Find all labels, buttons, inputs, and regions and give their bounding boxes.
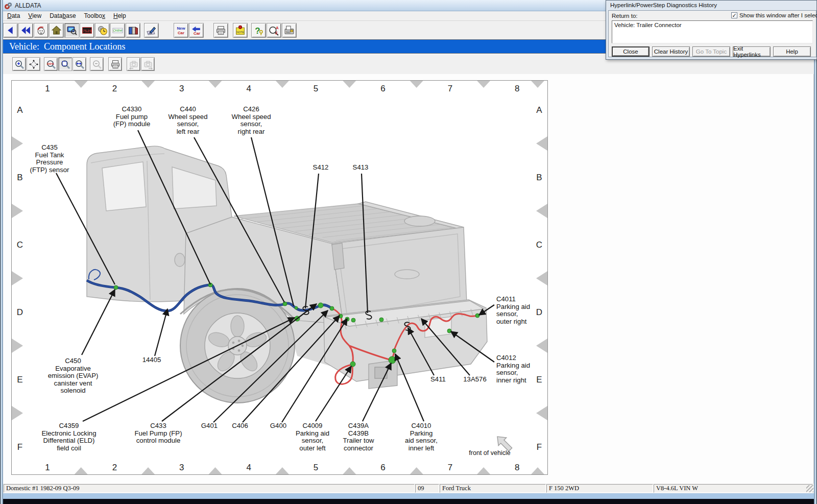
print-button[interactable]	[108, 57, 122, 71]
connector-dot	[283, 302, 287, 306]
callout-C426: right rear	[238, 128, 265, 135]
exit-hyperlinks-button[interactable]: Exit Hyperlinks	[733, 46, 771, 57]
close-button[interactable]: Close	[612, 46, 650, 57]
connector-dot	[318, 303, 323, 308]
svg-text:3: 3	[179, 463, 184, 472]
callout-C440: left rear	[177, 128, 200, 135]
history-list-item[interactable]: Vehicle: Trailer Connector	[614, 22, 810, 28]
resize-grip-icon[interactable]	[806, 485, 813, 492]
zoom-in-icon	[14, 59, 25, 69]
window-left-border	[0, 0, 3, 504]
print-button[interactable]	[213, 23, 228, 38]
library-button[interactable]	[126, 23, 140, 38]
component-search-button[interactable]	[64, 23, 79, 38]
connector-dot	[447, 329, 451, 333]
signature-button[interactable]	[144, 23, 159, 38]
callout-C450: canister vent	[54, 379, 92, 387]
svg-text:7: 7	[448, 84, 452, 93]
callout-C433: C433	[150, 422, 166, 429]
svg-text:5: 5	[314, 463, 318, 472]
svg-text:E: E	[17, 375, 22, 385]
callout-C439AB: C439A	[348, 422, 369, 429]
zoom-width-icon	[75, 59, 85, 69]
snapshot-prev-button	[127, 57, 140, 71]
connector-dot	[389, 356, 396, 364]
scheduler-button[interactable]	[95, 23, 110, 38]
return-car-button[interactable]: Car	[189, 23, 204, 38]
svg-text:5: 5	[314, 84, 318, 93]
new-car-icon: NewCar	[176, 25, 186, 36]
callout-C4009: Parking aid	[296, 429, 329, 437]
assistant-button[interactable]	[34, 23, 49, 38]
callout-C4009: outer left	[299, 444, 326, 452]
history-list[interactable]: Vehicle: Trailer Connector	[612, 20, 813, 43]
svg-text:E: E	[536, 375, 542, 385]
assistant-icon	[36, 25, 46, 36]
show-window-checkbox[interactable]: ✓	[731, 12, 737, 18]
status-cell-4: V8-4.6L VIN W	[654, 484, 813, 493]
help-button[interactable]: ?	[251, 23, 266, 38]
back-button[interactable]	[3, 23, 18, 38]
zoom-width-button[interactable]	[73, 57, 86, 71]
az-search-button[interactable]: AZ	[267, 23, 281, 38]
status-cell-0: Domestic #1 1982-09 Q3-09	[4, 484, 415, 493]
callout-C4359: C4359	[59, 422, 79, 429]
callout-G401: G401	[201, 422, 218, 429]
snapshot-next-icon	[143, 59, 153, 69]
callout-C406: C406	[232, 422, 248, 429]
menu-item-view[interactable]: View	[24, 12, 45, 20]
note-button[interactable]: NOTE	[233, 23, 248, 38]
svg-text:Car: Car	[194, 31, 200, 36]
svg-text:2: 2	[112, 463, 117, 472]
menu-item-toolbox[interactable]: Toolbox	[80, 12, 109, 20]
screen-bottom-strip	[0, 499, 817, 504]
callout-C4011: Parking aid	[496, 303, 530, 310]
connector-dot	[392, 349, 396, 353]
callout-C435: C435	[41, 143, 58, 151]
svg-text:8: 8	[515, 84, 519, 93]
menu-item-data[interactable]: Data	[3, 12, 24, 20]
online-button[interactable]: Online	[110, 23, 125, 38]
connector-dot	[475, 314, 479, 318]
zoom-fit-icon	[60, 59, 70, 69]
dialog-body: Return to: ✓ Show this window after I se…	[608, 10, 816, 57]
callout-C4330: Fuel pump	[116, 113, 148, 121]
callout-C4010: Parking	[410, 429, 433, 437]
zoom-in-button[interactable]	[12, 57, 26, 71]
zoom-out-button	[90, 57, 104, 71]
window-bottom-border	[0, 493, 817, 499]
dialog-title[interactable]: Hyperlink/PowerStep Diagnostics History	[606, 1, 816, 10]
zoom-fit-button[interactable]	[58, 57, 72, 71]
component-location-diagram: 1234567812345678ABCDEFABCDEFC435Fuel Tan…	[11, 80, 548, 475]
history-back-button[interactable]	[18, 23, 33, 38]
fax-button[interactable]: FAX	[282, 23, 297, 38]
help-button[interactable]: Help	[773, 46, 811, 57]
callout-C435: Fuel Tank	[35, 151, 64, 159]
callout-C439AB: connector	[344, 444, 374, 452]
back-icon	[5, 25, 16, 36]
callout-C4012: inner right	[496, 376, 526, 384]
menu-item-database[interactable]: Database	[45, 12, 80, 20]
connector-dot	[114, 285, 118, 290]
online-icon: Online	[112, 25, 123, 36]
callout-S411: S411	[430, 375, 446, 383]
connector-dot	[379, 318, 383, 322]
pan-icon	[29, 59, 39, 69]
zoom-100-button[interactable]: 100%	[44, 57, 58, 71]
menu-item-help[interactable]: Help	[109, 12, 130, 20]
home-button[interactable]	[49, 23, 64, 38]
clear-history-button[interactable]: Clear History	[652, 46, 690, 57]
scheduler-icon	[97, 25, 108, 36]
history-back-icon	[20, 25, 31, 36]
callout-G400: G400	[270, 422, 286, 429]
new-car-button[interactable]: NewCar	[174, 23, 188, 38]
callout-S413: S413	[353, 163, 369, 171]
callout-C4010: aid sensor,	[405, 437, 438, 444]
svg-text:Online: Online	[113, 29, 123, 32]
svg-text:B: B	[536, 173, 542, 182]
dialog-buttons: CloseClear HistoryGo To TopicExit Hyperl…	[612, 46, 816, 57]
pan-button[interactable]	[27, 57, 40, 71]
callout-C4330: (FP) module	[113, 120, 151, 128]
go-to-topic-button: Go To Topic	[692, 46, 730, 57]
code-7520-button[interactable]: 7520	[80, 23, 94, 38]
